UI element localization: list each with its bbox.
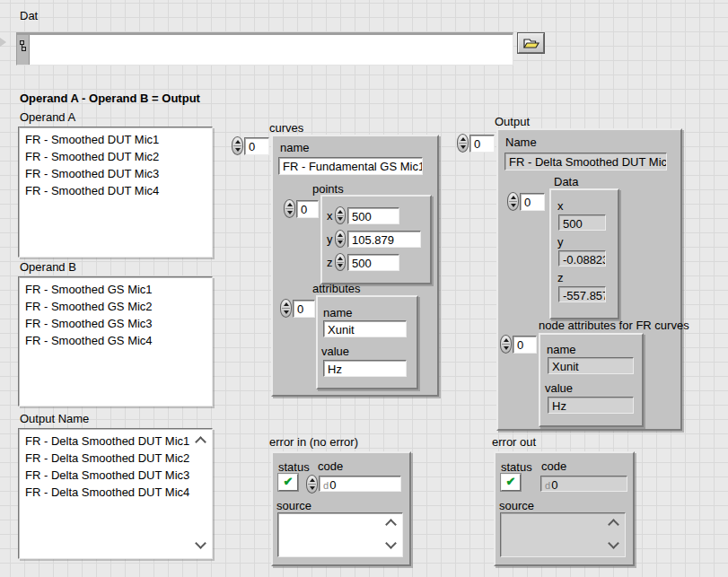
data-index[interactable]: 0 bbox=[520, 193, 545, 211]
data-z-label: z bbox=[557, 272, 564, 284]
radix-indicator: d bbox=[323, 480, 329, 491]
list-item[interactable]: FR - Delta Smoothed DUT Mic3 bbox=[25, 467, 206, 484]
file-path-input[interactable] bbox=[16, 32, 513, 66]
point-y-field[interactable]: 105.879 bbox=[347, 231, 421, 248]
file-path-label: Dat bbox=[20, 10, 38, 22]
list-item[interactable]: FR - Delta Smoothed DUT Mic2 bbox=[25, 450, 206, 467]
checkmark-icon: ✔ bbox=[284, 475, 294, 488]
scroll-down-icon[interactable] bbox=[608, 538, 619, 549]
curve-name-field[interactable]: FR - Fundamental GS Mic1 bbox=[278, 157, 423, 175]
output-name-listbox[interactable]: FR - Delta Smoothed DUT Mic1 FR - Delta … bbox=[18, 428, 213, 559]
data-x-label: x bbox=[557, 200, 564, 213]
attributes-index-spinner[interactable] bbox=[280, 299, 292, 318]
node-attribute-name-label: name bbox=[547, 344, 576, 356]
node-attribute-name-field: Xunit bbox=[548, 357, 634, 374]
scroll-down-icon[interactable] bbox=[195, 538, 206, 549]
folder-icon bbox=[522, 38, 539, 49]
scroll-down-icon[interactable] bbox=[385, 538, 397, 549]
output-name-field: FR - Delta Smoothed DUT Mic1 bbox=[504, 153, 667, 170]
error-out-source-field bbox=[500, 512, 626, 557]
error-in-code-label: code bbox=[318, 460, 343, 473]
node-attribute-value-label: value bbox=[545, 382, 573, 395]
browse-button[interactable] bbox=[518, 33, 544, 53]
error-in-status-button[interactable]: ✔ bbox=[278, 474, 298, 491]
point-z-spinner[interactable] bbox=[335, 253, 346, 271]
output-name-label: Output Name bbox=[20, 413, 89, 425]
error-in-source-label: source bbox=[276, 500, 311, 512]
attributes-cluster: name Xunit value Hz bbox=[316, 295, 418, 389]
points-cluster: x 500 y 105.879 z 500 bbox=[320, 195, 432, 284]
operand-a-listbox[interactable]: FR - Smoothed DUT Mic1 FR - Smoothed DUT… bbox=[18, 127, 213, 258]
data-y-label: y bbox=[557, 236, 564, 249]
error-out-code-field: d0 bbox=[540, 476, 627, 492]
data-x-field: 500 bbox=[558, 214, 606, 231]
attribute-value-label: value bbox=[321, 345, 349, 358]
list-item[interactable]: FR - Smoothed GS Mic3 bbox=[25, 315, 206, 332]
section-title: Operand A - Operand B = Output bbox=[20, 92, 200, 105]
error-in-cluster: status ✔ code d0 source bbox=[271, 451, 411, 566]
data-z-field: -557.857 bbox=[558, 286, 606, 302]
output-label: Output bbox=[495, 116, 530, 128]
point-x-label: x bbox=[327, 210, 333, 223]
error-out-source-label: source bbox=[499, 500, 534, 512]
data-index-spinner[interactable] bbox=[507, 192, 519, 211]
error-in-status-label: status bbox=[278, 461, 310, 474]
point-y-label: y bbox=[327, 233, 333, 246]
points-index[interactable]: 0 bbox=[296, 200, 319, 218]
path-type-strip bbox=[17, 35, 30, 65]
point-z-field[interactable]: 500 bbox=[347, 254, 399, 271]
list-item[interactable]: FR - Smoothed DUT Mic4 bbox=[25, 182, 206, 199]
error-out-cluster: status ✔ code d0 source bbox=[494, 451, 635, 566]
point-z-label: z bbox=[327, 257, 333, 269]
operand-b-listbox[interactable]: FR - Smoothed GS Mic1 FR - Smoothed GS M… bbox=[18, 276, 213, 407]
node-attributes-index[interactable]: 0 bbox=[513, 336, 537, 354]
list-item[interactable]: FR - Smoothed GS Mic2 bbox=[25, 298, 206, 315]
list-item[interactable]: FR - Smoothed GS Mic1 bbox=[25, 281, 206, 298]
list-item[interactable]: FR - Delta Smoothed DUT Mic1 bbox=[25, 433, 206, 450]
error-out-status-indicator: ✔ bbox=[501, 474, 521, 491]
attributes-index[interactable]: 0 bbox=[293, 300, 315, 318]
points-index-spinner[interactable] bbox=[284, 199, 295, 218]
point-x-field[interactable]: 500 bbox=[347, 207, 399, 224]
attribute-name-label: name bbox=[323, 307, 353, 319]
output-name-field-label: Name bbox=[505, 136, 537, 149]
attribute-value-field[interactable]: Hz bbox=[323, 360, 407, 377]
front-panel: Dat Operand A - Operand B = Output Opera… bbox=[0, 0, 728, 577]
attributes-label: attributes bbox=[312, 283, 360, 295]
scroll-up-icon[interactable] bbox=[608, 519, 619, 530]
curves-index-spinner[interactable] bbox=[232, 136, 243, 155]
output-index-spinner[interactable] bbox=[457, 134, 469, 153]
data-cluster: x 500 y -0.08823 z -557.857 bbox=[549, 188, 619, 319]
scroll-up-icon[interactable] bbox=[385, 519, 397, 530]
point-x-spinner[interactable] bbox=[335, 206, 346, 224]
node-attributes-label: node attributes for FR curves bbox=[539, 319, 689, 332]
list-item[interactable]: FR - Smoothed DUT Mic3 bbox=[25, 165, 206, 182]
error-in-code-spinner[interactable] bbox=[306, 475, 318, 494]
operand-b-label: Operand B bbox=[20, 261, 76, 274]
error-out-status-label: status bbox=[501, 461, 532, 474]
list-item[interactable]: FR - Smoothed GS Mic4 bbox=[25, 332, 206, 349]
error-out-label: error out bbox=[492, 436, 536, 449]
error-in-code-field[interactable]: d0 bbox=[319, 476, 401, 492]
list-item[interactable]: FR - Delta Smoothed DUT Mic4 bbox=[25, 484, 206, 501]
data-label: Data bbox=[554, 176, 578, 188]
output-index[interactable]: 0 bbox=[469, 135, 495, 153]
data-y-field: -0.08823 bbox=[558, 250, 606, 267]
node-attributes-index-spinner[interactable] bbox=[500, 335, 512, 354]
node-attribute-value-field: Hz bbox=[548, 397, 634, 414]
panel-origin-arrow bbox=[0, 38, 6, 47]
attribute-name-field[interactable]: Xunit bbox=[323, 320, 407, 337]
operand-a-label: Operand A bbox=[20, 111, 75, 124]
list-item[interactable]: FR - Smoothed DUT Mic2 bbox=[25, 148, 206, 165]
radix-indicator: d bbox=[545, 480, 550, 491]
error-in-label: error in (no error) bbox=[269, 436, 358, 449]
node-attributes-cluster: name Xunit value Hz bbox=[539, 333, 644, 427]
error-in-source-field[interactable] bbox=[277, 512, 403, 557]
checkmark-icon: ✔ bbox=[506, 475, 516, 488]
curves-index[interactable]: 0 bbox=[244, 137, 269, 155]
list-item[interactable]: FR - Smoothed DUT Mic1 bbox=[25, 131, 206, 148]
error-out-code-label: code bbox=[541, 460, 566, 473]
path-icon bbox=[19, 39, 27, 52]
curve-name-label: name bbox=[280, 142, 310, 154]
point-y-spinner[interactable] bbox=[335, 230, 346, 248]
